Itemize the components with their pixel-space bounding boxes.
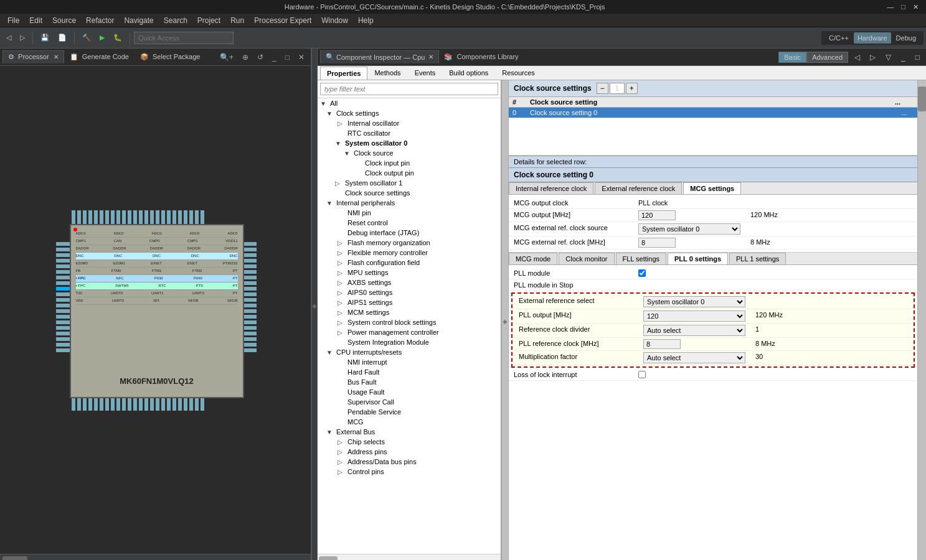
menu-run[interactable]: Run xyxy=(225,15,249,26)
close-inspector-tab[interactable]: ✕ xyxy=(428,54,433,60)
advanced-mode-btn[interactable]: Advanced xyxy=(806,52,848,63)
tree-item-aips1-settings[interactable]: ▷ AIPS1 settings xyxy=(318,297,501,307)
tree-item-reset-control[interactable]: Reset control xyxy=(318,218,501,228)
minimize-left-btn[interactable]: _ xyxy=(268,51,280,63)
tree-item-debug-interface[interactable]: Debug interface (JTAG) xyxy=(318,228,501,238)
toolbar-build-btn[interactable]: 🔨 xyxy=(78,32,95,44)
prop-select-mult-factor[interactable]: Auto select 30 24 xyxy=(643,352,745,363)
tree-item-all[interactable]: ▼ All xyxy=(318,98,501,108)
basic-mode-btn[interactable]: Basic xyxy=(778,52,806,63)
view-cpp-btn[interactable]: C/C++ xyxy=(825,32,853,44)
menu-edit[interactable]: Edit xyxy=(24,15,47,26)
tab-select-package[interactable]: 📦 Select Package xyxy=(135,50,206,63)
tab-internal-ref-clock[interactable]: Internal reference clock xyxy=(509,182,593,194)
tree-filter-input[interactable] xyxy=(320,83,498,95)
prop-tab-events[interactable]: Events xyxy=(408,66,443,80)
toolbar-new-btn[interactable]: 📄 xyxy=(54,32,70,44)
tree-item-sys-osc1[interactable]: ▷ System oscillator 1 xyxy=(318,178,501,188)
tree-item-bus-fault[interactable]: Bus Fault xyxy=(318,377,501,387)
clock-settings-minus-btn[interactable]: − xyxy=(597,83,608,94)
tree-item-sys-integration[interactable]: System Integration Module xyxy=(318,337,501,347)
prop-select-mcg-ext-ref-src[interactable]: System oscillator 0 System oscillator 1 xyxy=(638,223,740,235)
tree-item-nmi-pin[interactable]: NMI pin xyxy=(318,208,501,218)
prop-tab-methods[interactable]: Methods xyxy=(367,66,407,80)
maximize-right-btn[interactable]: □ xyxy=(912,51,924,63)
minimize-right-btn[interactable]: _ xyxy=(897,51,909,63)
tree-item-address-pins[interactable]: ▷ Address pins xyxy=(318,447,501,457)
tab-generate-code[interactable]: 📋 Generate Code xyxy=(64,50,135,63)
menu-help[interactable]: Help xyxy=(353,15,379,26)
tree-item-cpu-interrupts[interactable]: ▼ CPU interrupts/resets xyxy=(318,347,501,357)
prop-input-mcg-ext-ref-mhz[interactable] xyxy=(638,238,676,248)
tree-item-chip-selects[interactable]: ▷ Chip selects xyxy=(318,437,501,447)
toolbar-back-btn[interactable]: ◁ xyxy=(2,32,15,44)
prop-input-pll-ref-clk-mhz[interactable] xyxy=(643,339,681,349)
clock-settings-plus-btn[interactable]: + xyxy=(626,83,638,94)
sub-tab-pll0-settings[interactable]: PLL 0 settings xyxy=(668,253,728,264)
tree-item-usage-fault[interactable]: Usage Fault xyxy=(318,387,501,397)
view-hardware-btn[interactable]: Hardware xyxy=(854,32,891,44)
tree-item-axbs-settings[interactable]: ▷ AXBS settings xyxy=(318,278,501,287)
tree-item-mpu-settings[interactable]: ▷ MPU settings xyxy=(318,268,501,278)
toolbar-save-btn[interactable]: 💾 xyxy=(37,32,53,44)
toolbar-forward-btn[interactable]: ▷ xyxy=(16,32,29,44)
close-left-btn[interactable]: ✕ xyxy=(295,51,308,63)
tree-item-clock-source[interactable]: ▼ Clock source xyxy=(318,148,501,158)
menu-file[interactable]: File xyxy=(2,15,24,26)
tree-item-hard-fault[interactable]: Hard Fault xyxy=(318,367,501,377)
view-debug-btn[interactable]: Debug xyxy=(892,32,920,44)
tree-item-clock-output-pin[interactable]: Clock output pin xyxy=(318,168,501,178)
tree-inspector-divider[interactable]: ◈ xyxy=(501,80,509,560)
pll-module-checkbox[interactable] xyxy=(638,269,646,277)
tree-item-rtc-osc[interactable]: RTC oscillator xyxy=(318,128,501,138)
tree-item-flash-mem-org[interactable]: ▷ Flash memory organization xyxy=(318,238,501,248)
tree-scroll[interactable]: ▼ All ▼ Clock settings ▷ Internal oscill… xyxy=(318,98,501,554)
tab-external-ref-clock[interactable]: External reference clock xyxy=(595,182,682,194)
row-dots[interactable]: ... xyxy=(895,109,914,116)
tab-components-library[interactable]: 📚 Components Library xyxy=(439,51,523,63)
inspector-scrollbar[interactable] xyxy=(917,80,926,560)
menu-processor-expert[interactable]: Processor Expert xyxy=(249,15,316,26)
menu-search[interactable]: Search xyxy=(159,15,192,26)
tree-item-flash-config[interactable]: ▷ Flash configuration field xyxy=(318,258,501,268)
tree-item-sys-osc0[interactable]: ▼ System oscillator 0 xyxy=(318,138,501,148)
tree-item-pendable-service[interactable]: Pendable Service xyxy=(318,407,501,417)
tab-component-inspector[interactable]: 🔍 Component Inspector — Cpu ✕ xyxy=(320,50,439,63)
maximize-btn[interactable]: □ xyxy=(899,3,908,11)
prop-tab-properties[interactable]: Properties xyxy=(320,67,367,80)
panel-divider[interactable]: ◈ xyxy=(311,49,318,560)
prop-select-ref-clk-divider[interactable]: Auto select 1 2 xyxy=(643,325,745,336)
tree-item-internal-periph[interactable]: ▼ Internal peripherals xyxy=(318,198,501,208)
tree-item-supervisor-call[interactable]: Supervisor Call xyxy=(318,397,501,407)
tree-item-clock-src-settings[interactable]: Clock source settings xyxy=(318,188,501,198)
prop-select-ext-ref[interactable]: System oscillator 0 System oscillator 1 xyxy=(643,296,745,307)
menu-source[interactable]: Source xyxy=(47,15,81,26)
tree-item-power-mgmt[interactable]: ▷ Power management controller xyxy=(318,327,501,337)
minimize-btn[interactable]: — xyxy=(884,3,896,11)
tab-mcg-settings[interactable]: MCG settings xyxy=(683,182,741,194)
tree-item-aips0-settings[interactable]: ▷ AIPS0 settings xyxy=(318,287,501,297)
prop-tab-build-options[interactable]: Build options xyxy=(442,66,495,80)
tree-item-clock-input-pin[interactable]: Clock input pin xyxy=(318,158,501,168)
close-processor-tab[interactable]: ✕ xyxy=(54,54,59,60)
zoom-fit-btn[interactable]: ⊕ xyxy=(239,51,252,63)
nav-down-btn[interactable]: ▽ xyxy=(882,51,895,63)
tree-item-internal-osc[interactable]: ▷ Internal oscillator xyxy=(318,118,501,128)
tree-item-control-pins[interactable]: ▷ Control pins xyxy=(318,467,501,477)
tree-item-sys-ctrl-block[interactable]: ▷ System control block settings xyxy=(318,317,501,327)
refresh-btn[interactable]: ↺ xyxy=(253,51,267,63)
restore-left-btn[interactable]: □ xyxy=(281,51,293,63)
tree-item-mcg[interactable]: MCG xyxy=(318,417,501,427)
sub-tab-fll-settings[interactable]: FLL settings xyxy=(616,253,667,264)
nav-forward-btn[interactable]: ▷ xyxy=(866,51,879,63)
menu-refactor[interactable]: Refactor xyxy=(81,15,119,26)
tree-item-flex-mem-ctrl[interactable]: ▷ Flexible memory controller xyxy=(318,248,501,258)
tree-scrollbar-h[interactable] xyxy=(318,554,501,560)
toolbar-run-btn[interactable]: ▶ xyxy=(96,32,108,44)
tree-item-addr-data-bus-pins[interactable]: ▷ Address/Data bus pins xyxy=(318,457,501,467)
tree-item-clock-settings[interactable]: ▼ Clock settings xyxy=(318,108,501,118)
toolbar-debug-btn[interactable]: 🐛 xyxy=(110,32,126,44)
left-panel-scrollbar-h[interactable] xyxy=(0,554,311,560)
zoom-in-btn[interactable]: 🔍+ xyxy=(216,51,237,63)
prop-input-mcg-output-mhz[interactable] xyxy=(638,210,676,220)
